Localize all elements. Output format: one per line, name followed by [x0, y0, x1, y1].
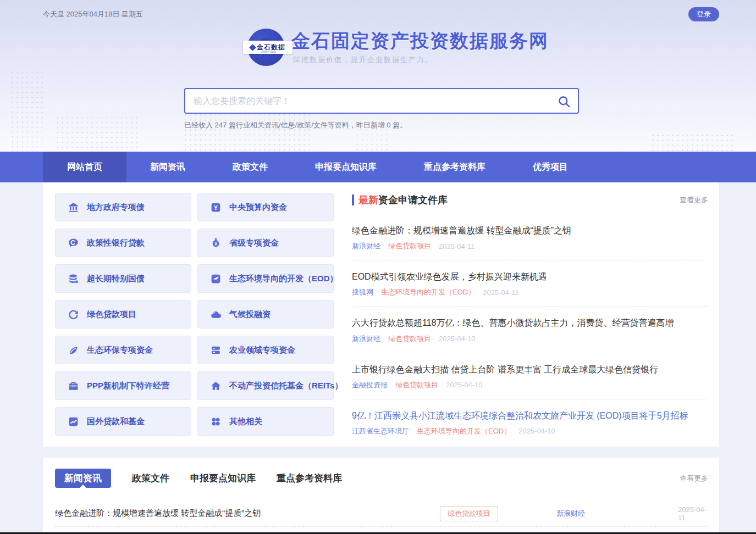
nav-item-4[interactable]: 重点参考资料库 — [400, 152, 509, 182]
nav-item-1[interactable]: 新闻资讯 — [126, 152, 209, 182]
latest-news-list: 绿色金融进阶：规模增速普遍放缓 转型金融成“提质”之钥新浪财经绿色贷款项目202… — [352, 214, 708, 445]
category-card-10[interactable]: PPP新机制下特许经营 — [55, 371, 191, 400]
chart-icon — [68, 415, 80, 427]
news-tabs-row: 新闻资讯政策文件申报要点知识库重点参考资料库 查看更多 — [55, 469, 708, 488]
category-label: 国外贷款和基金 — [87, 416, 145, 427]
tab-3[interactable]: 重点参考资料库 — [277, 469, 342, 488]
plane-icon — [210, 272, 222, 285]
nav-item-2[interactable]: 政策文件 — [209, 152, 291, 182]
news-source-link[interactable]: 搜狐网 — [352, 287, 373, 297]
search-input[interactable] — [185, 89, 578, 113]
nav: 网站首页新闻资讯政策文件申报要点知识库重点参考资料库优秀项目 — [43, 152, 592, 182]
latest-news-item-3: 上市银行绿色金融大扫描 信贷上台阶 谱系更丰富 工行成全球最大绿色信贷银行金融投… — [352, 353, 708, 399]
news-meta: 金融投资报绿色贷款项目2025-04-10 — [352, 380, 708, 390]
search-button[interactable] — [557, 94, 571, 109]
news-tag-badge[interactable]: 绿色贷款项目 — [440, 506, 498, 521]
nav-item-5[interactable]: 优秀项目 — [509, 152, 592, 182]
main-navbar: 网站首页新闻资讯政策文件申报要点知识库重点参考资料库优秀项目 — [0, 152, 756, 182]
yuan-icon: ¥ — [210, 201, 222, 213]
category-label: 其他相关 — [229, 416, 262, 427]
cards-icon — [210, 344, 222, 356]
news-title-link[interactable]: 上市银行绿色金融大扫描 信贷上台阶 谱系更丰富 工行成全球最大绿色信贷银行 — [352, 364, 708, 375]
home-main-panel: 地方政府专项债¥中央预算内资金政策性银行贷款¥省级专项资金超长期特别国债生态环境… — [43, 182, 719, 447]
site-subtitle: 深挖数据价值，提升企业数据生产力。 — [293, 55, 549, 65]
section-accent-bar — [352, 194, 354, 205]
news-meta: 新浪财经绿色贷款项目2025-04-11 — [352, 241, 708, 251]
search-icon — [557, 94, 571, 109]
news-meta: 搜狐网生态环境导向的开发（EOD）2025-04-11 — [352, 287, 708, 297]
chat-icon — [68, 237, 80, 249]
category-label: 政策性银行贷款 — [87, 238, 145, 248]
category-card-0[interactable]: 地方政府专项债 — [55, 193, 191, 221]
latest-title-highlight: 最新 — [358, 193, 378, 207]
news-view-more-link[interactable]: 查看更多 — [680, 474, 708, 483]
latest-view-more-link[interactable]: 查看更多 — [680, 195, 708, 205]
svg-text:¥: ¥ — [214, 241, 217, 246]
news-title-link[interactable]: 绿色金融进阶：规模增速普遍放缓 转型金融成“提质”之钥 — [352, 225, 708, 236]
news-date: 2025-04-10 — [439, 335, 476, 343]
login-button[interactable]: 登录 — [688, 7, 719, 21]
news-source-link[interactable]: 新浪财经 — [352, 241, 380, 251]
collection-stats-text: 已经收入 247 篇行业相关资讯/信息/政策/文件等资料，昨日新增 0 篇。 — [184, 120, 579, 130]
category-label: 气候投融资 — [229, 309, 271, 320]
category-card-4[interactable]: 超长期特别国债 — [55, 264, 191, 293]
latest-news-item-0: 绿色金融进阶：规模增速普遍放缓 转型金融成“提质”之钥新浪财经绿色贷款项目202… — [352, 214, 708, 260]
search-box — [184, 88, 579, 114]
building-decoration — [355, 127, 390, 152]
grid-icon — [210, 415, 222, 427]
category-card-3[interactable]: ¥省级专项资金 — [197, 229, 334, 257]
current-date-text: 今天是 2025年04月18日 星期五 — [43, 9, 143, 19]
category-card-5[interactable]: 生态环境导向的开发（EOD） — [197, 264, 334, 293]
building-decoration — [10, 70, 44, 152]
bottom-news-row-0: 绿色金融进阶：规模增速普遍放缓 转型金融成“提质”之钥绿色贷款项目新浪财经202… — [55, 500, 708, 527]
category-card-11[interactable]: 不动产投资信托基金（REITs） — [197, 371, 334, 400]
news-source-link[interactable]: 新浪财经 — [556, 509, 585, 519]
news-title-link[interactable]: 9亿！江西崇义县小江流域生态环境综合整治和农文旅产业开发 (EOD)项目将于5月… — [352, 410, 708, 421]
news-tabs-panel: 新闻资讯政策文件申报要点知识库重点参考资料库 查看更多 绿色金融进阶：规模增速普… — [43, 458, 719, 532]
leaf-icon — [68, 344, 80, 356]
latest-news-item-2: 六大行贷款总额超118万亿：绿色、普惠小微贷款占主力，消费贷、经营贷普遍高增新浪… — [352, 307, 708, 353]
tab-2[interactable]: 申报要点知识库 — [190, 469, 256, 488]
latest-panel-header: 最新 资金申请文件库 查看更多 — [352, 193, 708, 207]
latest-news-item-4: 9亿！江西崇义县小江流域生态环境综合整治和农文旅产业开发 (EOD)项目将于5月… — [352, 399, 708, 445]
brand-text: 金石固定资产投资数据服务网 深挖数据价值，提升企业数据生产力。 — [291, 29, 549, 65]
news-title-link[interactable]: 绿色金融进阶：规模增速普遍放缓 转型金融成“提质”之钥 — [55, 508, 261, 519]
category-card-13[interactable]: 其他相关 — [197, 407, 334, 436]
category-card-2[interactable]: 政策性银行贷款 — [55, 229, 191, 257]
news-tag-link[interactable]: 生态环境导向的开发（EOD） — [417, 426, 511, 436]
news-title-link[interactable]: 六大行贷款总额超118万亿：绿色、普惠小微贷款占主力，消费贷、经营贷普遍高增 — [352, 318, 708, 328]
news-source-link[interactable]: 江西省生态环境厅 — [352, 426, 409, 436]
category-label: PPP新机制下特许经营 — [87, 381, 169, 391]
news-date: 2025-04-10 — [446, 381, 483, 389]
category-card-6[interactable]: 绿色贷款项目 — [55, 300, 191, 329]
news-tag-link[interactable]: 生态环境导向的开发（EOD） — [381, 287, 475, 297]
category-card-8[interactable]: 生态环保专项资金 — [55, 336, 191, 364]
news-tag-link[interactable]: 绿色贷款项目 — [388, 334, 431, 344]
category-card-12[interactable]: 国外贷款和基金 — [55, 407, 191, 436]
cloud-icon — [210, 308, 222, 320]
nav-item-0[interactable]: 网站首页 — [43, 152, 126, 182]
category-card-9[interactable]: 农业领域专项资金 — [197, 336, 334, 364]
tab-0[interactable]: 新闻资讯 — [55, 469, 111, 488]
recycle-icon — [68, 308, 80, 320]
building-decoration — [55, 115, 139, 152]
latest-news-item-1: EOD模式引领农业绿色发展，乡村振兴迎来新机遇搜狐网生态环境导向的开发（EOD）… — [352, 260, 708, 307]
tab-1[interactable]: 政策文件 — [132, 469, 169, 488]
news-title-link[interactable]: EOD模式引领农业绿色发展，乡村振兴迎来新机遇 — [352, 271, 708, 282]
news-tag-link[interactable]: 绿色贷款项目 — [388, 241, 431, 251]
site-logo[interactable]: 金石数据 JINSHI Data — [247, 29, 285, 66]
news-source-link[interactable]: 新浪财经 — [352, 334, 380, 344]
news-tag-link[interactable]: 绿色贷款项目 — [395, 380, 438, 390]
news-date: 2025-04-11 — [439, 242, 475, 251]
site-brand[interactable]: 金石数据 JINSHI Data 金石固定资产投资数据服务网 深挖数据价值，提升… — [247, 29, 549, 66]
category-label: 生态环境导向的开发（EOD） — [229, 274, 338, 284]
nav-item-3[interactable]: 申报要点知识库 — [291, 152, 400, 182]
news-date: 2025-04-10 — [518, 427, 555, 435]
news-meta: 江西省生态环境厅生态环境导向的开发（EOD）2025-04-10 — [352, 426, 708, 436]
category-card-1[interactable]: ¥中央预算内资金 — [197, 193, 334, 221]
category-label: 中央预算内资金 — [229, 202, 287, 213]
tabs-container: 新闻资讯政策文件申报要点知识库重点参考资料库 — [55, 469, 342, 488]
category-card-7[interactable]: 气候投融资 — [197, 300, 334, 329]
category-grid: 地方政府专项债¥中央预算内资金政策性银行贷款¥省级专项资金超长期特别国债生态环境… — [55, 193, 334, 436]
news-source-link[interactable]: 金融投资报 — [352, 380, 388, 390]
